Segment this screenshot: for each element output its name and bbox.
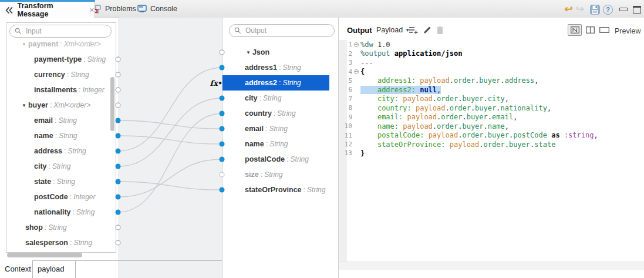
input-tree-row[interactable]: state:String bbox=[6, 174, 116, 189]
field-separator: : bbox=[261, 170, 262, 179]
help-icon[interactable]: ? bbox=[603, 5, 613, 15]
edit-pencil-icon[interactable] bbox=[422, 25, 432, 35]
delete-trash-icon[interactable] bbox=[434, 25, 445, 35]
field-name: buyer bbox=[28, 101, 48, 109]
field-separator: : bbox=[70, 239, 72, 247]
output-search-field[interactable] bbox=[244, 26, 311, 35]
minimize-icon[interactable] bbox=[619, 8, 628, 11]
bottom-tab-payload[interactable]: payload bbox=[38, 264, 65, 273]
code-line[interactable]: 1%dw 1.0 bbox=[339, 40, 644, 49]
tab-console[interactable]: Console bbox=[137, 0, 177, 18]
code-line[interactable]: 13} bbox=[339, 149, 644, 158]
field-type: String bbox=[48, 223, 66, 232]
input-tree-row[interactable]: currency:String bbox=[6, 67, 116, 82]
field-type: Integer bbox=[82, 86, 104, 94]
input-tree-row[interactable]: ▼payment:Xml<order> bbox=[6, 36, 116, 52]
output-tree-row[interactable]: address1:String bbox=[222, 60, 361, 75]
input-hscrollbar[interactable] bbox=[7, 253, 82, 257]
output-tree-row[interactable]: city:String bbox=[222, 91, 361, 106]
redo-icon[interactable]: ↪ bbox=[576, 4, 584, 15]
code-line[interactable]: 4{ bbox=[339, 67, 644, 76]
dataweave-editor-panel: Output Payload ▼ bbox=[338, 18, 644, 278]
input-vscrollbar[interactable] bbox=[110, 77, 114, 131]
code-line[interactable]: 9 email: payload.order.buyer.email, bbox=[339, 113, 644, 122]
input-tree-row[interactable]: ▼buyer:Xml<order> bbox=[6, 98, 116, 113]
code-line[interactable]: 7 city: payload.order.buyer.city, bbox=[339, 95, 644, 103]
tree-caret-icon[interactable]: ▼ bbox=[22, 103, 26, 108]
field-separator: : bbox=[279, 63, 281, 72]
tree-caret-icon[interactable]: ▼ bbox=[246, 50, 251, 55]
output-tree-row[interactable]: postalCode:String bbox=[222, 152, 361, 167]
field-separator: : bbox=[79, 86, 80, 94]
code-line[interactable]: 5 address1: payload.order.buyer.address, bbox=[339, 76, 644, 85]
field-separator: : bbox=[45, 223, 46, 232]
code-line[interactable]: 8 country: payload.order.buyer.nationali… bbox=[339, 103, 644, 112]
code-line[interactable]: 3--- bbox=[339, 58, 644, 67]
field-type: String bbox=[263, 94, 281, 102]
output-tree-row[interactable]: country:String bbox=[222, 106, 361, 121]
code-text: name: payload.order.buyer.name, bbox=[360, 122, 509, 130]
maximize-icon[interactable] bbox=[633, 6, 641, 14]
add-transformation-icon[interactable] bbox=[408, 25, 419, 35]
view-toggle-split-icon[interactable] bbox=[568, 24, 582, 36]
editor-hscrollbar[interactable] bbox=[339, 262, 644, 270]
field-type: String bbox=[70, 71, 89, 79]
output-tree-row[interactable]: size:String bbox=[222, 167, 361, 182]
field-name: address1 bbox=[245, 63, 277, 72]
input-tree-row[interactable]: nationality:String bbox=[6, 205, 116, 220]
field-separator: : bbox=[274, 109, 275, 118]
code-line[interactable]: 10 name: payload.order.buyer.name, bbox=[339, 122, 644, 130]
output-tree-row[interactable]: ▼Json bbox=[222, 45, 362, 60]
input-tree-row[interactable]: address:String bbox=[6, 143, 116, 159]
field-separator: : bbox=[53, 177, 55, 186]
field-separator: : bbox=[49, 162, 50, 170]
output-tree-row[interactable]: email:String bbox=[222, 121, 361, 136]
code-line[interactable]: 11 postalCode: payload.order.buyer.postC… bbox=[339, 130, 644, 139]
field-separator: : bbox=[286, 155, 288, 163]
input-tree-box: ▼payment:Xml<order>payment-type:Stringcu… bbox=[6, 22, 116, 253]
input-search[interactable] bbox=[9, 25, 112, 38]
tab-label: Transform Message bbox=[18, 2, 85, 18]
tab-transform-message[interactable]: Transform Message ✕ bbox=[0, 0, 95, 18]
output-tree-row[interactable]: stateOrProvince:String bbox=[222, 182, 361, 197]
undo-icon[interactable]: ↩ bbox=[565, 4, 573, 15]
code-line[interactable]: 2%output application/json bbox=[339, 49, 644, 58]
code-line[interactable]: 6 address2: null, bbox=[339, 85, 644, 94]
dataweave-icon bbox=[5, 6, 14, 15]
input-search-field[interactable] bbox=[25, 26, 92, 36]
tab-label: Console bbox=[150, 5, 177, 13]
field-separator: : bbox=[259, 94, 261, 102]
code-line[interactable]: 12 stateOrProvince: payload.order.buyer.… bbox=[339, 140, 644, 149]
input-tree-row[interactable]: postCode:Integer bbox=[6, 189, 116, 205]
bottom-tab-context[interactable]: Context bbox=[5, 264, 31, 273]
output-tree-row[interactable]: name:String bbox=[222, 136, 361, 152]
field-name: nationality bbox=[34, 208, 71, 216]
code-text: } bbox=[360, 149, 365, 158]
input-tree-row[interactable]: installments:Integer bbox=[6, 82, 116, 98]
view-toggle-single-icon[interactable] bbox=[597, 24, 611, 36]
code-text: city: payload.order.buyer.city, bbox=[360, 95, 509, 103]
preview-toggle[interactable]: Preview bbox=[615, 27, 640, 35]
output-search[interactable] bbox=[229, 24, 335, 37]
field-type: String bbox=[59, 132, 77, 140]
input-tree-row[interactable]: salesperson:String bbox=[6, 235, 116, 250]
search-icon bbox=[234, 27, 241, 34]
view-toggle-columns-icon[interactable] bbox=[583, 24, 597, 36]
field-separator: : bbox=[73, 208, 75, 216]
field-separator: : bbox=[60, 40, 62, 48]
output-tree-row[interactable]: address2:String bbox=[222, 75, 361, 91]
code-text: --- bbox=[360, 59, 373, 67]
tree-caret-icon[interactable]: ▼ bbox=[22, 42, 26, 47]
save-icon[interactable] bbox=[590, 5, 600, 15]
input-tree-row[interactable]: email:String bbox=[6, 113, 116, 128]
input-tree-row[interactable]: shop:String bbox=[6, 220, 116, 235]
tab-problems[interactable]: Problems bbox=[93, 0, 136, 18]
payload-dropdown[interactable]: Payload ▼ bbox=[376, 26, 410, 34]
field-separator: : bbox=[83, 55, 85, 63]
fx-expression-marker[interactable]: fx ● bbox=[202, 78, 222, 88]
input-tree-row[interactable]: payment-type:String bbox=[6, 52, 116, 67]
input-tree-row[interactable]: city:String bbox=[6, 159, 116, 174]
input-tree-row[interactable]: name:String bbox=[6, 128, 116, 143]
code-editor[interactable]: 1%dw 1.02%output application/json3---4{5… bbox=[339, 40, 644, 158]
close-icon[interactable]: ✕ bbox=[89, 6, 95, 14]
